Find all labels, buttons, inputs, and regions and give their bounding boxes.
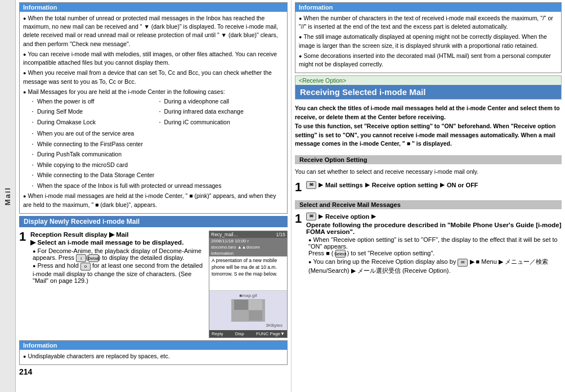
phone-screen-image: ■map.gif 3KBytes [209, 290, 287, 330]
receive-body-text: You can check the titles of i-mode mail … [295, 104, 562, 148]
map-image-placeholder [231, 299, 265, 322]
receive-option-step-num: 1 [295, 181, 304, 193]
info-item-undisplay: Undisplayable characters are replaced by… [23, 352, 284, 361]
step-bullet-2: Press and hold o for at least one second… [33, 262, 205, 284]
select-receive-header: Select and Receive Mail Messages [295, 200, 562, 209]
sub-item-2: During a videophone call [157, 97, 284, 106]
receive-option-header: Receive Option Setting [295, 155, 562, 164]
phone-screen-size: 3KBytes [212, 323, 285, 328]
display-section: 1 Reception Result display ▶ Mail▶ Selec… [19, 231, 288, 338]
page-number: 214 [19, 367, 288, 376]
right-info-box: Information When the number of character… [295, 2, 562, 73]
info-item-5: When i-mode mail messages are held at th… [23, 192, 284, 209]
select-button[interactable]: Select [335, 250, 346, 258]
phone-screen-date: 2008/11/18 10:00 r [209, 238, 287, 244]
phone-screen-from: docomo.taro ▲▲docom [209, 244, 287, 250]
step-1-number: 1 [19, 231, 28, 243]
receive-title-bar: Receiving Selected i-mode Mail [295, 85, 561, 99]
footer-reply[interactable]: Reply [212, 331, 223, 336]
right-column: Information When the number of character… [292, 0, 565, 392]
screen-header-right: 1/15 [276, 232, 285, 237]
display-text: 1 Reception Result display ▶ Mail▶ Selec… [19, 231, 205, 286]
map-cell-4 [249, 310, 263, 321]
right-info-content: When the number of characters in the tex… [295, 12, 561, 73]
footer-disp[interactable]: Disp [235, 331, 244, 336]
sub-item-4: During infrared data exchange [157, 107, 284, 116]
sub-item-5: During Omakase Lock [30, 118, 157, 127]
step-1-content: Reception Result display ▶ Mail▶ Select … [30, 231, 205, 284]
step-1-row: 1 Reception Result display ▶ Mail▶ Selec… [19, 231, 205, 284]
info-box-2: Information Undisplayable characters are… [19, 340, 288, 365]
sub-item-6: During iC communication [157, 118, 284, 127]
left-column: Information When the total number of unr… [16, 0, 292, 392]
sub-item-10: While copying to the microSD card [30, 161, 284, 170]
arrow-3: ▶ [440, 182, 445, 188]
i-button[interactable]: i [76, 254, 86, 262]
footer-func[interactable]: FUNC Page▼ [256, 331, 285, 336]
main-content: Information When the total number of unr… [16, 0, 565, 392]
step-bullet-1: For Decome-Anime, the playback display o… [33, 247, 205, 263]
sub-item-9: During PushTalk communication [30, 150, 284, 159]
receive-option-body: You can set whether to select and receiv… [295, 168, 562, 177]
select-receive-step-content: ✉ ▶ Receive option ▶ Operate following t… [306, 213, 562, 275]
right-info-header: Information [295, 3, 561, 12]
map-cell-2 [249, 300, 263, 310]
info-header-2: Information [20, 341, 287, 350]
receive-body-strong-1: You can check the titles of i-mode mail … [295, 105, 560, 120]
step-1-bullets: For Decome-Anime, the playback display o… [30, 247, 205, 284]
info-item-2: You can receive i-mode mail with melodie… [23, 50, 284, 67]
select-receive-subtitle: Operate following the procedure describe… [306, 222, 562, 235]
step-1-title: Reception Result display ▶ Mail▶ Select … [30, 231, 205, 246]
sub-item-11: While connecting to the Data Storage Cen… [30, 171, 284, 180]
display-section-header: Display Newly Received i-mode Mail [19, 216, 288, 227]
sub-item-12: When the space of the Inbox is full with… [30, 182, 284, 191]
map-cell-1 [234, 300, 248, 310]
receive-option-step-content: ✉ ▶ Mail settings ▶ Receive option setti… [306, 181, 562, 190]
sidebar: Mail [0, 0, 16, 392]
phone-screen-header: Recy_mail… 1/15 [209, 231, 287, 238]
sub-item-7: When you are out of the service area [30, 129, 284, 138]
icon-btn-3[interactable]: ✉ [458, 259, 468, 267]
info-content-2: Undisplayable characters are replaced by… [20, 350, 287, 364]
phone-screen-footer: Reply Disp FUNC Page▼ [209, 330, 287, 337]
sub-item-8: While connecting to the FirstPass center [30, 140, 284, 149]
receive-option-instruction: ✉ ▶ Mail settings ▶ Receive option setti… [306, 181, 562, 189]
right-info-item-1: When the number of characters in the tex… [299, 14, 558, 31]
select-receive-bullet-2: You can bring up the Receive Option disp… [308, 258, 562, 275]
info-item-1: When the total number of unread or prote… [23, 14, 284, 48]
receive-header-container: <Receive Option> Receiving Selected i-mo… [295, 75, 562, 100]
receive-option-step: 1 ✉ ▶ Mail settings ▶ Receive option set… [295, 181, 562, 193]
phone-screen: Recy_mail… 1/15 2008/11/18 10:00 r docom… [209, 231, 288, 338]
sub-item-3: During Self Mode [30, 107, 157, 116]
receive-body-strong-2: To use this function, set "Receive optio… [295, 123, 555, 147]
select-receive-step: 1 ✉ ▶ Receive option ▶ Operate following… [295, 213, 562, 275]
step-1-subtitle: Select an i-mode mail message to be disp… [37, 239, 183, 246]
phone-screen-subject: Information [209, 250, 287, 256]
select-receive-bullet-1: When "Receive option setting" is set to … [308, 236, 562, 258]
sidebar-label: Mail [3, 187, 12, 205]
select-receive-instruction: ✉ ▶ Receive option ▶ [306, 213, 562, 220]
mail-icon-btn[interactable]: ✉ [306, 181, 316, 189]
arrow-4: ▶ [319, 213, 323, 219]
arrow-1: ▶ [319, 182, 323, 188]
o-button[interactable]: o [80, 263, 91, 271]
arrow-2: ▶ [365, 182, 370, 188]
phone-screen-body: A presentation of a new mobile phone wil… [209, 256, 287, 290]
info-box-1: Information When the total number of unr… [19, 2, 288, 214]
receive-option-link: Receive option [325, 213, 369, 220]
right-info-item-3: Some decorations inserted into the decor… [299, 52, 558, 69]
map-grid [234, 300, 262, 321]
on-or-off-label: ON or OFF [447, 182, 478, 188]
receive-subtitle: <Receive Option> [295, 76, 561, 85]
arrow-5: ▶ [371, 213, 376, 219]
right-info-item-2: The still image automatically displayed … [299, 33, 558, 49]
map-cell-3 [234, 310, 248, 321]
sub-item-1: When the power is off [30, 97, 157, 106]
info-content-1: When the total number of unread or prote… [20, 12, 287, 213]
select-receive-step-num: 1 [295, 213, 304, 225]
screen-header-left: Recy_mail… [211, 232, 238, 237]
detail-button[interactable]: Detail [88, 254, 98, 262]
info-item-3: When you receive mail from a device that… [23, 69, 284, 85]
mail-icon-btn-2[interactable]: ✉ [306, 213, 316, 220]
receive-option-setting-label: Receive option setting [372, 182, 438, 188]
